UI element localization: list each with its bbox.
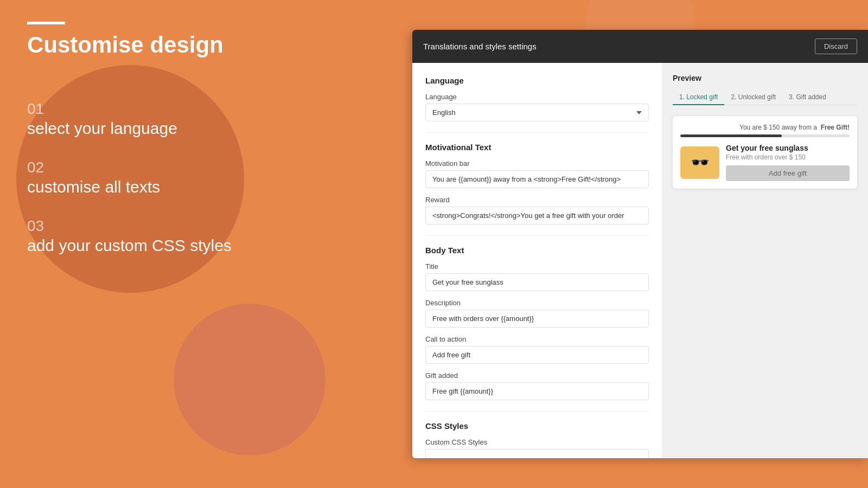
cta-input[interactable] — [425, 346, 649, 364]
motivational-section-title: Motivational Text — [425, 143, 649, 152]
section-divider-3 — [425, 411, 649, 412]
preview-widget: You are $ 150 away from a Free Gift! 🕶️ … — [673, 116, 857, 189]
progress-bar-wrap — [680, 134, 850, 137]
form-column: Language Language English French Spanish… — [412, 63, 662, 458]
tab-locked-gift[interactable]: 1. Locked gift — [673, 90, 724, 105]
step-3-number: 03 — [27, 219, 320, 234]
page-title: Customise design — [27, 32, 320, 58]
language-section: Language Language English French Spanish… — [425, 76, 649, 129]
add-gift-button[interactable]: Add free gift — [726, 165, 850, 181]
step-3-block: 03 add your custom CSS styles — [27, 219, 320, 255]
css-field-label: Custom CSS Styles — [425, 438, 649, 446]
reward-input[interactable] — [425, 207, 649, 224]
left-panel: Customise design 01 select your language… — [27, 22, 320, 277]
gift-info: Get your free sunglass Free with orders … — [726, 144, 850, 181]
tab-gift-added[interactable]: 3. Gift added — [782, 90, 833, 105]
language-select[interactable]: English French Spanish German Italian — [425, 104, 649, 121]
section-divider-1 — [425, 132, 649, 133]
language-section-title: Language — [425, 76, 649, 85]
title-bar-decoration — [27, 22, 65, 24]
step-3-label: add your custom CSS styles — [27, 236, 320, 255]
section-divider-2 — [425, 235, 649, 236]
main-panel: Translations and styles settings Discard… — [412, 30, 868, 458]
css-textarea[interactable] — [425, 449, 649, 458]
discard-button[interactable]: Discard — [815, 38, 857, 54]
step-1-label: select your language — [27, 119, 320, 138]
step-2-block: 02 customise all texts — [27, 160, 320, 197]
language-field-label: Language — [425, 93, 649, 101]
css-section-title: CSS Styles — [425, 421, 649, 431]
preview-column: Preview 1. Locked gift 2. Unlocked gift … — [662, 63, 868, 458]
gift-row: 🕶️ Get your free sunglass Free with orde… — [680, 144, 850, 181]
title-field-label: Title — [425, 262, 649, 271]
motivational-section: Motivational Text Motivation bar Reward — [425, 143, 649, 232]
motivation-bar-label: Motivation bar — [425, 159, 649, 168]
step-2-number: 02 — [27, 160, 320, 175]
body-text-section-title: Body Text — [425, 246, 649, 255]
description-field-label: Description — [425, 299, 649, 307]
description-input[interactable] — [425, 310, 649, 328]
css-section: CSS Styles Custom CSS Styles — [425, 421, 649, 458]
gift-description: Free with orders over $ 150 — [726, 153, 850, 161]
tab-unlocked-gift[interactable]: 2. Unlocked gift — [724, 90, 782, 105]
step-1-number: 01 — [27, 101, 320, 117]
preview-motivation-text: You are $ 150 away from a Free Gift! — [680, 124, 850, 131]
step-2-label: customise all texts — [27, 177, 320, 197]
body-text-section: Body Text Title Description Call to acti… — [425, 246, 649, 408]
step-1-block: 01 select your language — [27, 101, 320, 138]
preview-title: Preview — [673, 74, 857, 82]
bg-circle-2 — [174, 304, 326, 455]
motivation-bar-input[interactable] — [425, 170, 649, 188]
panel-title: Translations and styles settings — [423, 42, 537, 51]
panel-header: Translations and styles settings Discard — [412, 30, 868, 63]
gift-added-field-label: Gift added — [425, 371, 649, 380]
cta-field-label: Call to action — [425, 335, 649, 343]
progress-bar-fill — [680, 134, 782, 137]
gift-image: 🕶️ — [680, 146, 719, 179]
panel-body: Language Language English French Spanish… — [412, 63, 868, 458]
reward-label: Reward — [425, 196, 649, 204]
gift-name: Get your free sunglass — [726, 144, 850, 152]
preview-tabs: 1. Locked gift 2. Unlocked gift 3. Gift … — [673, 90, 857, 105]
gift-added-input[interactable] — [425, 382, 649, 400]
title-input[interactable] — [425, 273, 649, 291]
